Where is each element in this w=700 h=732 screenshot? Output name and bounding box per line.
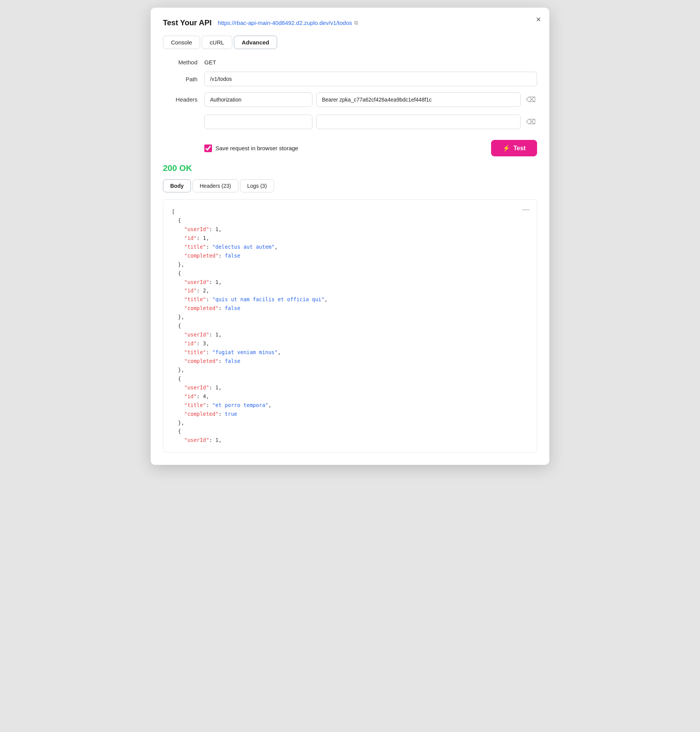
status-text: OK	[179, 163, 192, 173]
status-badge: 200 OK	[163, 163, 537, 173]
tab-bar: Console cURL Advanced	[163, 36, 537, 49]
header-row-2: ⌫	[204, 115, 537, 129]
close-button[interactable]: ×	[536, 15, 541, 24]
path-input[interactable]	[204, 72, 537, 86]
header2-key-input[interactable]	[204, 115, 312, 129]
test-label: Test	[513, 145, 526, 152]
save-test-row: Save request in browser storage ⚡ Test	[163, 140, 537, 156]
modal-header: Test Your API https://rbac-api-main-40d8…	[163, 18, 537, 27]
bolt-icon: ⚡	[503, 144, 510, 152]
header2-delete-button[interactable]: ⌫	[524, 118, 537, 126]
header-row-1: ⌫	[204, 92, 537, 107]
api-test-modal: Test Your API https://rbac-api-main-40d8…	[151, 8, 549, 465]
path-row: Path	[163, 72, 537, 86]
response-tab-body[interactable]: Body	[163, 179, 191, 192]
test-button[interactable]: ⚡ Test	[491, 140, 537, 156]
tab-advanced[interactable]: Advanced	[234, 36, 278, 49]
headers-label: Headers	[163, 96, 197, 103]
copy-url-icon[interactable]: ⧉	[354, 20, 358, 26]
response-json: [ { "userId": 1, "id": 1, "title": "dele…	[172, 207, 528, 445]
method-label: Method	[163, 59, 197, 66]
tab-console[interactable]: Console	[163, 36, 200, 49]
path-label: Path	[163, 76, 197, 82]
response-tab-logs[interactable]: Logs (3)	[240, 179, 274, 192]
headers-row: Headers ⌫ ⌫	[163, 92, 537, 133]
tab-curl[interactable]: cURL	[202, 36, 232, 49]
method-value: GET	[204, 59, 216, 66]
headers-inputs: ⌫ ⌫	[204, 92, 537, 133]
response-tab-headers[interactable]: Headers (23)	[192, 179, 238, 192]
header1-delete-button[interactable]: ⌫	[524, 95, 537, 104]
modal-url-link[interactable]: https://rbac-api-main-40d8492.d2.zuplo.d…	[218, 20, 358, 26]
collapse-button[interactable]: —	[522, 205, 530, 214]
header2-val-input[interactable]	[316, 115, 521, 129]
method-row: Method GET	[163, 59, 537, 66]
save-checkbox[interactable]	[204, 144, 212, 152]
header1-val-input[interactable]	[316, 92, 521, 107]
modal-title: Test Your API	[163, 18, 212, 27]
url-text: https://rbac-api-main-40d8492.d2.zuplo.d…	[218, 20, 352, 26]
response-tab-bar: Body Headers (23) Logs (3)	[163, 179, 537, 192]
header1-key-input[interactable]	[204, 92, 312, 107]
status-code: 200	[163, 163, 177, 173]
save-label[interactable]: Save request in browser storage	[204, 144, 298, 152]
delete1-icon: ⌫	[526, 95, 536, 104]
save-label-text: Save request in browser storage	[215, 145, 298, 151]
delete2-icon: ⌫	[526, 118, 536, 126]
response-body-panel: — [ { "userId": 1, "id": 1, "title": "de…	[163, 199, 537, 453]
